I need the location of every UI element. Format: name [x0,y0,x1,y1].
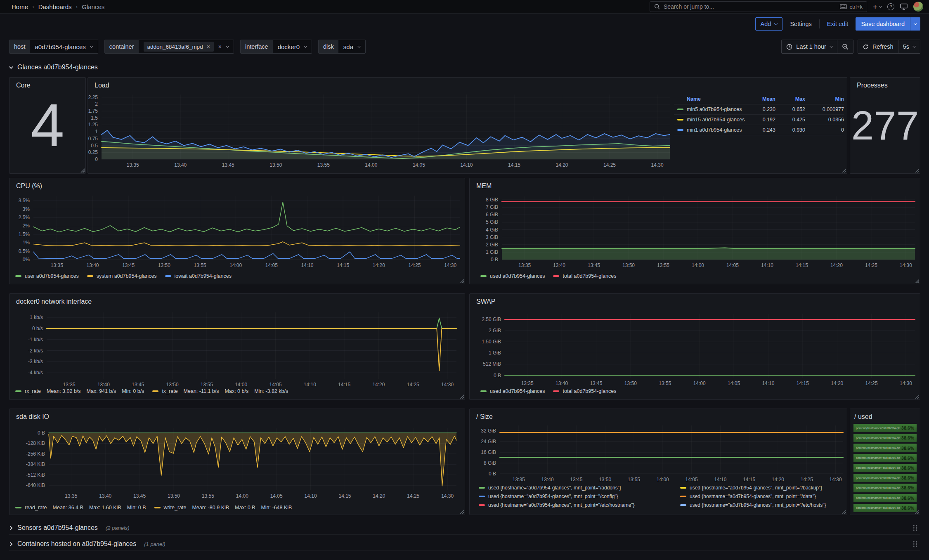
settings-button[interactable]: Settings [790,21,811,27]
panel-processes: Processes 277 [850,77,920,174]
clear-values-icon[interactable]: × [218,43,222,50]
svg-text:13:35: 13:35 [518,262,531,268]
svg-text:1.75: 1.75 [88,108,98,114]
variable-interface-value[interactable]: docker0 [273,40,312,53]
container-chip[interactable]: addon_68413af6_mpd × [144,42,214,52]
svg-text:-3 kb/s: -3 kb/s [28,359,43,364]
mem-chart[interactable]: 0 B1 GiB2 GiB3 GiB4 GiB5 GiB6 GiB7 GiB8 … [470,178,920,284]
collapse-row-icon [9,65,13,69]
svg-text:13:35: 13:35 [63,382,76,388]
save-options-caret[interactable] [910,17,920,31]
legend-item[interactable]: used {hostname="a0d7b954-glances", mnt_p… [680,485,826,491]
new-button[interactable]: + [873,3,882,11]
cpu-chart[interactable]: 0%0.5%1%1.5%2%2.5%3%3.5%13:3513:4013:451… [9,178,465,284]
svg-text:2 GiB: 2 GiB [489,328,501,333]
legend-item[interactable]: used {hostname="a0d7b954-glances", mnt_p… [479,502,672,508]
breadcrumb-home[interactable]: Home [12,3,28,10]
panel-title[interactable]: CPU (%) [16,182,42,190]
legend-item[interactable]: write_rateMean: -80.9 KiBMax: 0 BMin: -6… [154,505,292,510]
panel-cpu: CPU (%) 0%0.5%1%1.5%2%2.5%3%3.5%13:3513:… [9,178,465,284]
plus-icon: + [873,3,877,11]
col-mean[interactable]: Mean [749,96,775,102]
row-containers[interactable]: Containers hosted on a0d7b954-glances (1… [9,537,920,551]
svg-text:14:25: 14:25 [865,262,877,268]
row-drag-handle-icon[interactable] [912,525,918,532]
gauge-bar: percent {hostname="a0d7b954-glances", mn… [853,424,917,432]
legend-item[interactable]: read_rateMean: 36.4 BMax: 1.60 KiBMin: 0… [15,505,146,510]
mem-legend: used a0d7b954-glancestotal a0d7b954-glan… [480,273,616,279]
col-name[interactable]: Name [674,96,749,102]
panel-title[interactable]: docker0 network interface [16,298,92,305]
docker0-chart[interactable]: 1 kb/s0 b/s-1 kb/s-2 kb/s-3 kb/s-4 kb/s1… [9,294,465,399]
diskio-chart[interactable]: 0 B-128 KiB-256 KiB-384 KiB-512 KiB-640 … [9,409,465,515]
svg-text:0.5%: 0.5% [19,248,30,254]
row-glances[interactable]: Glances a0d7b954-glances [9,61,98,73]
svg-text:14:20: 14:20 [373,262,385,268]
panel-title[interactable]: / Size [476,413,493,421]
variable-host-value[interactable]: a0d7b954-glances [30,40,97,53]
avatar[interactable] [913,2,923,12]
legend-item[interactable]: rx_rateMean: 3.02 b/sMax: 941 b/sMin: 0 … [15,388,144,394]
row-drag-handle-icon[interactable] [912,541,918,548]
legend-table-row[interactable]: min5 a0d7b954-glances0.2300.6520.000977 [674,104,844,115]
legend-item[interactable]: used {hostname="a0d7b954-glances", mnt_p… [479,494,672,499]
save-dashboard-button[interactable]: Save dashboard [856,17,920,31]
breadcrumb-dashboards[interactable]: Dashboards [38,3,72,10]
svg-text:13:40: 13:40 [556,380,568,386]
legend-label: used {hostname="a0d7b954-glances", mnt_p… [488,494,618,499]
expand-row-icon [9,542,13,546]
legend-item[interactable]: used {hostname="a0d7b954-glances", mnt_p… [479,485,672,491]
refresh-button[interactable]: Refresh [858,40,898,53]
keyboard-icon [840,4,847,9]
panel-title[interactable]: / used [854,413,872,421]
help-icon[interactable]: ? [887,3,894,10]
svg-text:1%: 1% [23,240,30,246]
panel-title[interactable]: sda disk IO [16,413,49,421]
legend-stat: Max: 941 b/s [87,388,116,394]
legend-item[interactable]: iowait a0d7b954-glances [165,273,232,279]
gauge-bar: percent {hostname="a0d7b954-glances", mn… [853,494,917,502]
col-min[interactable]: Min [805,96,844,102]
panel-title[interactable]: Load [95,82,109,89]
legend-table-row[interactable]: min15 a0d7b954-glances0.1920.4250.0356 [674,115,844,125]
col-max[interactable]: Max [775,96,805,102]
legend-item[interactable]: total a0d7b954-glances [553,273,616,279]
add-button[interactable]: Add [755,17,783,31]
legend-item[interactable]: used {hostname="a0d7b954-glances", mnt_p… [680,494,826,499]
legend-table-row[interactable]: min1 a0d7b954-glances0.2430.9300 [674,125,844,135]
search-input[interactable]: Search or jump to... ctrl+k [650,1,867,12]
swap-chart[interactable]: 0 B512 MiB1 GiB1.50 GiB2 GiB2.50 GiB13:3… [470,294,920,399]
search-shortcut: ctrl+k [849,4,862,10]
time-range-button[interactable]: Last 1 hour [782,40,837,53]
variable-container-value[interactable]: addon_68413af6_mpd × × [139,40,234,53]
zoom-out-button[interactable] [837,40,853,53]
legend-item[interactable]: used {hostname="a0d7b954-glances", mnt_p… [680,502,826,508]
diskio-legend: read_rateMean: 36.4 BMax: 1.60 KiBMin: 0… [15,505,292,510]
panel-title[interactable]: Core [16,82,31,89]
svg-text:13:50: 13:50 [168,493,180,499]
legend-item[interactable]: tx_rateMean: -11.1 b/sMax: 0 b/sMin: -3.… [152,388,288,394]
panel-title[interactable]: Processes [857,82,888,89]
legend-swatch-icon [479,496,485,497]
svg-text:8 GiB: 8 GiB [486,197,498,203]
legend-item[interactable]: user a0d7b954-glances [15,273,79,279]
legend-item[interactable]: used a0d7b954-glances [480,273,545,279]
remove-chip-icon[interactable]: × [207,43,210,50]
refresh-interval-button[interactable]: 5s [898,40,920,53]
svg-text:13:45: 13:45 [588,262,600,268]
gauge-bar-label: percent {hostname="a0d7b954-glances", mn… [856,496,900,499]
monitor-icon[interactable] [900,3,908,10]
variable-disk-value[interactable]: sda [338,40,365,53]
zoom-out-icon [842,43,849,50]
exit-edit-button[interactable]: Exit edit [827,21,849,27]
row-sensors[interactable]: Sensors a0d7b954-glances (2 panels) [9,521,920,535]
size-legend: used {hostname="a0d7b954-glances", mnt_p… [479,485,826,508]
panel-title[interactable]: SWAP [476,298,496,305]
legend-item[interactable]: used a0d7b954-glances [480,388,545,394]
series-max: 0.652 [775,106,805,112]
panel-title[interactable]: MEM [476,182,492,190]
panel-diskio: sda disk IO 0 B-128 KiB-256 KiB-384 KiB-… [9,409,465,515]
legend-item[interactable]: system a0d7b954-glances [87,273,157,279]
chevron-down-icon [879,4,882,7]
legend-item[interactable]: total a0d7b954-glances [553,388,616,394]
